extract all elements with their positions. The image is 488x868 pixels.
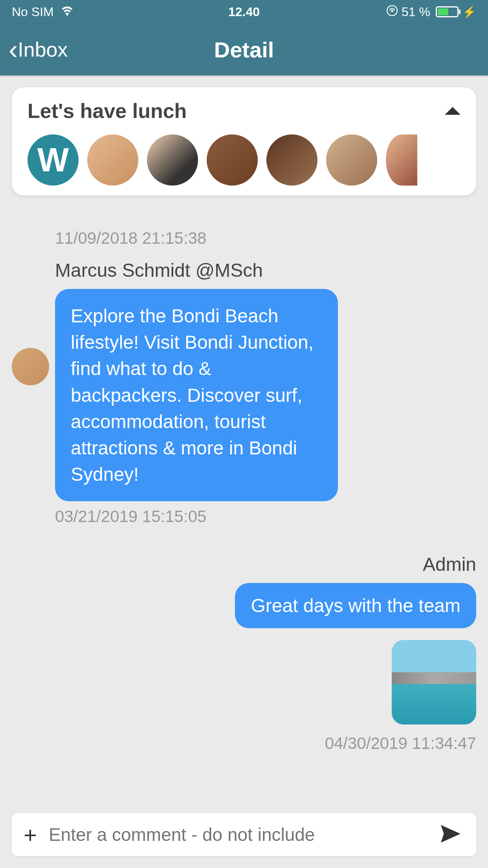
orientation-lock-icon — [387, 5, 398, 19]
message-sender: Marcus Schmidt @MSch — [55, 259, 488, 281]
back-button[interactable]: ‹ Inbox — [0, 34, 68, 65]
battery-percent: 51 % — [402, 5, 430, 19]
back-label: Inbox — [18, 38, 68, 61]
add-attachment-button[interactable]: + — [24, 822, 37, 848]
send-button[interactable] — [437, 822, 464, 847]
thread-title: Let's have lunch — [28, 99, 187, 123]
avatar[interactable] — [207, 134, 258, 186]
message-timestamp: 11/09/2018 21:15:38 — [55, 229, 488, 248]
collapse-icon[interactable] — [445, 107, 460, 115]
composer: + — [0, 805, 488, 868]
chevron-left-icon: ‹ — [9, 34, 18, 65]
comment-input[interactable] — [49, 824, 429, 845]
message-timestamp: 03/21/2019 15:15:05 — [55, 507, 488, 526]
message-row: Explore the Bondi Beach lifestyle! Visit… — [0, 289, 488, 501]
wifi-icon — [60, 5, 74, 19]
avatar[interactable] — [147, 134, 198, 186]
message-bubble[interactable]: Explore the Bondi Beach lifestyle! Visit… — [55, 289, 338, 501]
content-area: Let's have lunch W 11/09/2018 21:15:38 M… — [0, 75, 488, 868]
message-sender: Admin — [0, 554, 488, 575]
sender-avatar[interactable] — [12, 348, 49, 385]
avatar[interactable] — [87, 134, 138, 186]
participant-avatars[interactable]: W — [28, 134, 460, 186]
status-bar: No SIM 12.40 51 % ⚡ — [0, 0, 488, 24]
avatar[interactable] — [266, 134, 317, 186]
battery-icon — [436, 6, 459, 17]
avatar[interactable]: W — [28, 134, 79, 186]
charging-icon: ⚡ — [462, 6, 476, 18]
clock: 12.40 — [228, 5, 260, 19]
carrier: No SIM — [12, 5, 54, 19]
thread-header: Let's have lunch W — [12, 87, 476, 195]
message-timestamp: 04/30/2019 11:34:47 — [0, 734, 488, 753]
avatar[interactable] — [386, 134, 417, 186]
message-image-attachment[interactable] — [392, 640, 476, 725]
nav-bar: ‹ Inbox Detail — [0, 24, 488, 75]
page-title: Detail — [214, 37, 274, 63]
svg-rect-1 — [391, 9, 393, 12]
avatar[interactable] — [326, 134, 377, 186]
message-bubble[interactable]: Great days with the team — [235, 583, 476, 628]
